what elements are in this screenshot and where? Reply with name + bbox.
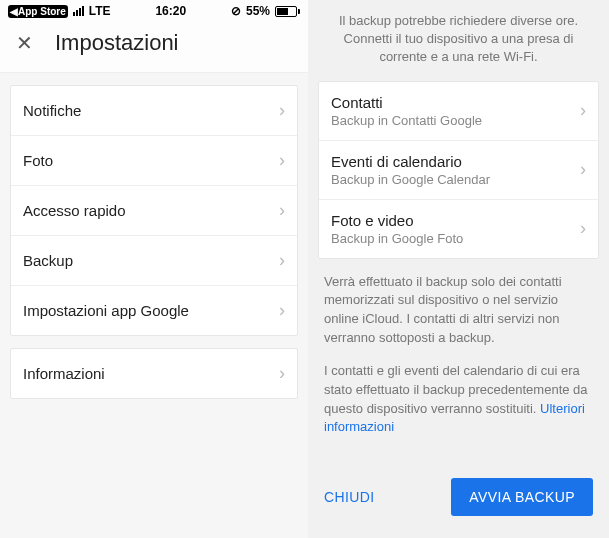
backup-note-1: Verrà effettuato il backup solo dei cont… (308, 259, 609, 348)
settings-list-2: Informazioni › (10, 348, 298, 399)
list-item-label: Informazioni (23, 365, 105, 382)
page-title: Impostazioni (55, 30, 179, 56)
list-item-label: Foto (23, 152, 53, 169)
settings-item-google-apps[interactable]: Impostazioni app Google › (11, 286, 297, 335)
backup-item-sub: Backup in Contatti Google (331, 113, 482, 128)
list-item-label: Accesso rapido (23, 202, 126, 219)
list-item-label: Backup (23, 252, 73, 269)
backup-note-2: I contatti e gli eventi del calendario d… (308, 348, 609, 437)
back-to-app[interactable]: ◀ App Store (8, 5, 68, 18)
chevron-right-icon: › (279, 363, 285, 384)
backup-intro: Il backup potrebbe richiedere diverse or… (308, 0, 609, 81)
chevron-right-icon: › (580, 218, 586, 239)
carrier-label: LTE (89, 4, 111, 18)
header: ✕ Impostazioni (0, 20, 308, 73)
backup-dialog: Il backup potrebbe richiedere diverse or… (308, 0, 609, 538)
backup-item-title: Eventi di calendario (331, 153, 490, 170)
backup-item-title: Contatti (331, 94, 482, 111)
chevron-right-icon: › (279, 250, 285, 271)
battery-icon (275, 6, 300, 17)
rotation-lock-icon: ⊘ (231, 4, 241, 18)
dialog-footer: CHIUDI AVVIA BACKUP (308, 460, 609, 538)
close-icon[interactable]: ✕ (16, 31, 33, 55)
backup-item-sub: Backup in Google Calendar (331, 172, 490, 187)
settings-screen: ◀ App Store LTE 16:20 ⊘ 55% ✕ Impostazio… (0, 0, 308, 538)
settings-item-informazioni[interactable]: Informazioni › (11, 349, 297, 398)
backup-item-sub: Backup in Google Foto (331, 231, 463, 246)
backup-item-title: Foto e video (331, 212, 463, 229)
chevron-right-icon: › (580, 100, 586, 121)
list-item-label: Notifiche (23, 102, 81, 119)
status-right: ⊘ 55% (231, 4, 300, 18)
backup-item-foto[interactable]: Foto e video Backup in Google Foto › (319, 200, 598, 258)
list-item-label: Impostazioni app Google (23, 302, 189, 319)
backup-item-contatti[interactable]: Contatti Backup in Contatti Google › (319, 82, 598, 141)
back-app-label: App Store (18, 6, 66, 17)
back-chevron-icon: ◀ (10, 6, 18, 17)
backup-items: Contatti Backup in Contatti Google › Eve… (318, 81, 599, 259)
status-left: ◀ App Store LTE (8, 4, 111, 18)
chevron-right-icon: › (279, 300, 285, 321)
settings-list-1: Notifiche › Foto › Accesso rapido › Back… (10, 85, 298, 336)
start-backup-button[interactable]: AVVIA BACKUP (451, 478, 593, 516)
clock: 16:20 (155, 4, 186, 18)
chevron-right-icon: › (279, 150, 285, 171)
status-bar: ◀ App Store LTE 16:20 ⊘ 55% (0, 0, 308, 20)
battery-percent: 55% (246, 4, 270, 18)
settings-item-backup[interactable]: Backup › (11, 236, 297, 286)
chevron-right-icon: › (279, 200, 285, 221)
settings-item-accesso-rapido[interactable]: Accesso rapido › (11, 186, 297, 236)
close-button[interactable]: CHIUDI (324, 489, 375, 505)
signal-icon (73, 6, 84, 16)
chevron-right-icon: › (279, 100, 285, 121)
backup-item-calendario[interactable]: Eventi di calendario Backup in Google Ca… (319, 141, 598, 200)
settings-item-notifiche[interactable]: Notifiche › (11, 86, 297, 136)
chevron-right-icon: › (580, 159, 586, 180)
settings-item-foto[interactable]: Foto › (11, 136, 297, 186)
